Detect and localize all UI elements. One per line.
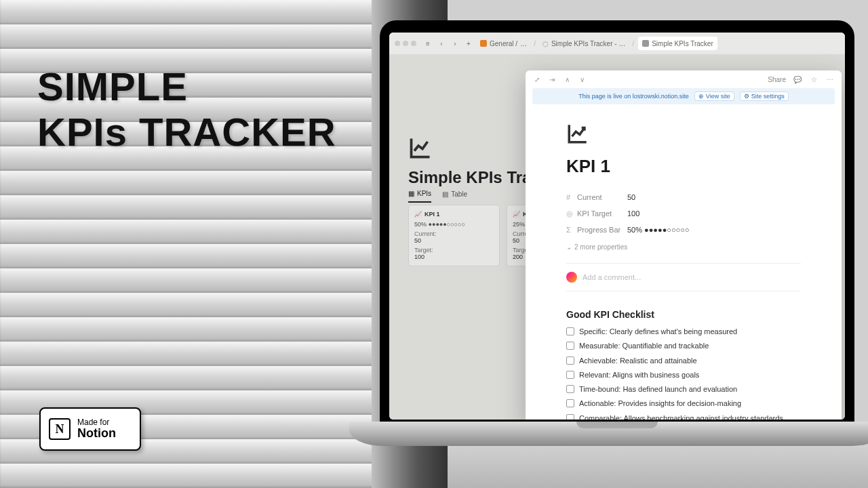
checklist-item-label: Measurable: Quantifiable and trackable xyxy=(579,341,709,350)
window-traffic-lights[interactable] xyxy=(395,41,416,46)
checklist-item-label: Time-bound: Has defined launch and evalu… xyxy=(579,384,737,394)
checklist-item-label: Specific: Clearly defines what's being m… xyxy=(579,327,737,336)
tab-background-page[interactable]: ◌ Simple KPIs Tracker - … xyxy=(540,40,628,47)
property-row[interactable]: Σ Progress Bar 50% ●●●●●○○○○○ xyxy=(566,222,801,238)
hero-line2: KPIs TRACKER xyxy=(37,110,336,155)
tab2-label: Simple KPIs Tracker xyxy=(652,40,713,47)
crumb-ellipsis: … xyxy=(520,40,527,47)
chevron-down-icon: ⌄ xyxy=(566,243,572,251)
tab-current-page[interactable]: Simple KPIs Tracker xyxy=(638,37,717,50)
checkbox-icon[interactable] xyxy=(566,414,574,420)
next-icon[interactable]: ∨ xyxy=(577,75,587,84)
prev-icon[interactable]: ∧ xyxy=(562,75,572,84)
breadcrumb[interactable]: General / … xyxy=(477,40,530,47)
prop-label: Current xyxy=(577,193,627,201)
comment-placeholder[interactable]: Add a comment... xyxy=(583,273,641,281)
checklist-item[interactable]: Relevant: Aligns with business goals xyxy=(566,370,801,380)
share-button[interactable]: Share xyxy=(768,76,786,83)
comment-input-row[interactable]: Add a comment... xyxy=(566,263,801,291)
globe-icon: ⊕ xyxy=(698,93,704,100)
hero-line1: SIMPLE xyxy=(37,64,336,110)
checklist-item[interactable]: Achievable: Realistic and attainable xyxy=(566,356,801,365)
laptop-screen: ≡ ‹ › + General / … / ◌ Simple KPIs Trac… xyxy=(389,33,845,420)
popup-toolbar: ⤢ ⇥ ∧ ∨ Share 💬 ☆ ⋯ xyxy=(526,70,842,88)
comment-icon[interactable]: 💬 xyxy=(793,75,802,84)
prop-value: 50% ●●●●●○○○○○ xyxy=(627,226,690,234)
laptop-bezel: ≡ ‹ › + General / … / ◌ Simple KPIs Trac… xyxy=(380,20,854,424)
formula-icon: Σ xyxy=(566,226,577,234)
prop-label: Progress Bar xyxy=(577,226,627,234)
page-icon xyxy=(642,40,649,47)
publish-banner: This page is live on lostrowski.notion.s… xyxy=(532,88,835,104)
prop-value[interactable]: 50 xyxy=(627,193,635,201)
avatar xyxy=(566,272,577,283)
checkbox-icon[interactable] xyxy=(566,327,574,336)
page-chart-icon xyxy=(408,136,433,160)
more-icon[interactable]: ⋯ xyxy=(825,75,835,84)
back-icon[interactable]: ‹ xyxy=(437,40,446,47)
page-popup: ⤢ ⇥ ∧ ∨ Share 💬 ☆ ⋯ This page is live on… xyxy=(526,70,842,420)
laptop-base xyxy=(349,422,868,446)
more-properties-toggle[interactable]: ⌄ 2 more properties xyxy=(566,243,801,251)
badge-small: Made for xyxy=(77,418,116,427)
page-chart-icon[interactable] xyxy=(566,122,589,145)
checkbox-icon[interactable] xyxy=(566,385,574,393)
spinner-icon: ◌ xyxy=(542,40,549,47)
more-label: 2 more properties xyxy=(574,243,627,251)
bg-view-tabs: ▦KPIs ▤Table xyxy=(408,190,467,203)
star-icon[interactable]: ☆ xyxy=(809,75,818,84)
checklist-item[interactable]: Measurable: Quantifiable and trackable xyxy=(566,341,801,350)
forward-icon[interactable]: › xyxy=(450,40,460,47)
hero-title: SIMPLE KPIs TRACKER xyxy=(37,64,336,155)
checkbox-icon[interactable] xyxy=(566,357,574,365)
sidebar-toggle-icon[interactable]: ≡ xyxy=(423,40,433,47)
banner-text: This page is live on lostrowski.notion.s… xyxy=(578,93,689,100)
crumb-text: General / xyxy=(490,40,517,47)
tab-kpis[interactable]: ▦KPIs xyxy=(408,190,431,203)
checklist-item[interactable]: Actionable: Provides insights for decisi… xyxy=(566,399,801,408)
checklist-item-label: Comparable: Allows benchmarking against … xyxy=(579,413,783,420)
notion-logo-icon: N xyxy=(49,418,71,440)
new-tab-icon[interactable]: + xyxy=(464,40,473,47)
checkbox-icon[interactable] xyxy=(566,371,574,379)
checkbox-icon[interactable] xyxy=(566,399,574,407)
table-icon: ▤ xyxy=(442,190,448,200)
checklist-heading: Good KPI Checklist xyxy=(566,309,801,320)
badge-big: Notion xyxy=(77,427,116,440)
tab-table[interactable]: ▤Table xyxy=(442,190,467,203)
popup-page-title[interactable]: KPI 1 xyxy=(566,156,801,177)
checklist-item-label: Relevant: Aligns with business goals xyxy=(579,370,699,380)
tab1-label: Simple KPIs Tracker - … xyxy=(551,40,625,47)
view-site-button[interactable]: ⊕View site xyxy=(694,92,734,101)
checklist-item[interactable]: Time-bound: Has defined launch and evalu… xyxy=(566,384,801,394)
property-row[interactable]: ◎ KPI Target 100 xyxy=(566,205,801,222)
browser-chrome: ≡ ‹ › + General / … / ◌ Simple KPIs Trac… xyxy=(389,33,845,54)
checklist-item[interactable]: Specific: Clearly defines what's being m… xyxy=(566,327,801,336)
laptop-mockup: ≡ ‹ › + General / … / ◌ Simple KPIs Trac… xyxy=(370,20,868,454)
checklist-item-label: Achievable: Realistic and attainable xyxy=(579,356,697,365)
prop-value[interactable]: 100 xyxy=(627,209,639,218)
checklist-item[interactable]: Comparable: Allows benchmarking against … xyxy=(566,413,801,420)
target-icon: ◎ xyxy=(566,209,577,218)
gallery-icon: ▦ xyxy=(408,190,414,199)
site-settings-button[interactable]: ⚙Site settings xyxy=(740,92,789,101)
checkbox-icon[interactable] xyxy=(566,342,574,350)
folder-icon xyxy=(480,40,487,47)
peek-icon[interactable]: ⇥ xyxy=(547,75,557,84)
trend-icon: 📈 xyxy=(513,211,520,218)
laptop-notch xyxy=(576,422,658,428)
gear-icon: ⚙ xyxy=(744,93,749,100)
property-row[interactable]: # Current 50 xyxy=(566,189,801,205)
expand-icon[interactable]: ⤢ xyxy=(532,75,542,84)
number-icon: # xyxy=(566,193,577,201)
made-for-notion-badge: N Made for Notion xyxy=(39,407,141,451)
progress-bar: 50% ●●●●●○○○○○ xyxy=(414,221,494,228)
trend-icon: 📈 xyxy=(414,211,422,218)
kpi-card[interactable]: 📈KPI 1 50% ●●●●●○○○○○ Current: 50 Target… xyxy=(408,205,500,266)
checklist-item-label: Actionable: Provides insights for decisi… xyxy=(579,399,741,408)
prop-label: KPI Target xyxy=(577,209,627,218)
